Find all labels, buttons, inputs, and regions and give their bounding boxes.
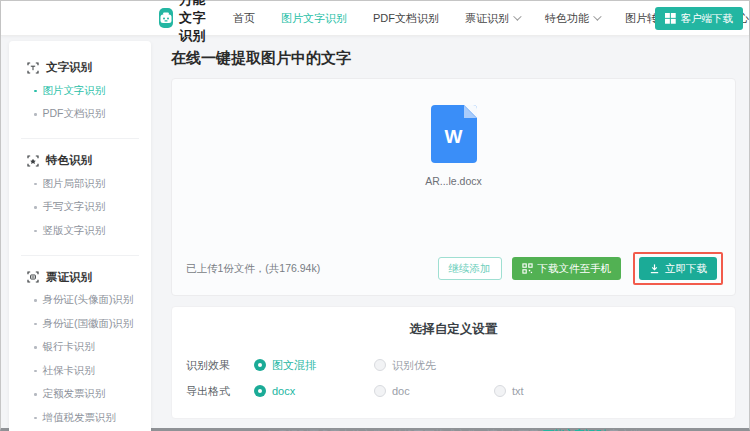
divider [21, 255, 139, 256]
upload-status: 已上传1份文件，(共176.94k) [186, 262, 438, 276]
sidebar-item-social-card[interactable]: 社保卡识别 [9, 359, 151, 383]
windows-icon [665, 13, 676, 24]
divider [21, 138, 139, 139]
sidebar-item-vat-invoice[interactable]: 增值税发票识别 [9, 406, 151, 430]
nav-special-features[interactable]: 特色功能 [545, 11, 599, 26]
chevron-down-icon [593, 12, 601, 20]
sidebar-item-idcard-back[interactable]: 身份证(国徽面)识别 [9, 312, 151, 336]
radio-unselected-icon[interactable] [374, 385, 386, 397]
bullet-dot-icon [34, 323, 37, 326]
settings-title: 选择自定义设置 [172, 321, 735, 338]
bullet-dot-icon [34, 206, 37, 209]
setting-row-recognition-effect: 识别效果 图文混排 识别优先 [172, 352, 735, 378]
sidebar-item-pdf-ocr[interactable]: PDF文档识别 [9, 103, 151, 127]
option-docx[interactable]: docx [254, 385, 374, 397]
page-title: 在线一键提取图片中的文字 [171, 49, 736, 68]
sidebar-list: 身份证(头像面)识别 身份证(国徽面)识别 银行卡识别 社保卡识别 定额发票识别… [9, 289, 151, 431]
option-txt[interactable]: txt [494, 385, 604, 397]
qr-code-icon [522, 263, 533, 274]
chevron-down-icon [513, 12, 521, 20]
uploaded-file[interactable]: W AR...le.docx [172, 105, 735, 187]
radio-unselected-icon[interactable] [494, 385, 506, 397]
option-recognition-first[interactable]: 识别优先 [374, 358, 494, 373]
sidebar-section-text-ocr: 文字识别 [9, 60, 151, 75]
sidebar-item-vertical-ocr[interactable]: 竖版文字识别 [9, 219, 151, 243]
download-icon [649, 263, 660, 274]
nav-ticket-ocr[interactable]: 票证识别 [465, 11, 519, 26]
bullet-dot-icon [34, 113, 37, 116]
sidebar-list: 图片文字识别 PDF文档识别 [9, 79, 151, 126]
word-letter: W [445, 126, 463, 148]
sidebar-section-special-ocr: 特色识别 [9, 153, 151, 168]
sidebar-list: 图片局部识别 手写文字识别 竖版文字识别 [9, 172, 151, 243]
option-doc[interactable]: doc [374, 385, 494, 397]
logo-icon [159, 8, 173, 28]
download-now-button[interactable]: 立即下载 [639, 257, 717, 280]
client-download-button[interactable]: 客户端下载 [655, 7, 744, 30]
setting-label: 识别效果 [186, 358, 238, 373]
sidebar-item-idcard-front[interactable]: 身份证(头像面)识别 [9, 289, 151, 313]
download-to-phone-button[interactable]: 下载文件至手机 [512, 257, 622, 280]
bullet-dot-icon [34, 417, 37, 420]
sidebar-item-partial-ocr[interactable]: 图片局部识别 [9, 172, 151, 196]
settings-card: 选择自定义设置 识别效果 图文混排 识别优先 导出格式 [171, 306, 736, 419]
sidebar-section-ticket-ocr: 票证识别 [9, 270, 151, 285]
scan-special-icon [27, 155, 39, 167]
bullet-dot-icon [34, 230, 37, 233]
annotation-highlight-box: 立即下载 [633, 252, 723, 285]
sidebar-item-handwriting-ocr[interactable]: 手写文字识别 [9, 196, 151, 220]
sidebar-item-quota-invoice[interactable]: 定额发票识别 [9, 383, 151, 407]
add-more-button[interactable]: 继续添加 [438, 257, 502, 280]
nav-home[interactable]: 首页 [233, 11, 255, 26]
word-file-icon: W [431, 105, 477, 163]
option-mixed-layout[interactable]: 图文混排 [254, 358, 374, 373]
upload-card: W AR...le.docx 已上传1份文件，(共176.94k) 继续添加 下… [171, 78, 736, 296]
bullet-dot-icon [34, 346, 37, 349]
file-name: AR...le.docx [425, 175, 482, 187]
main-content: 在线一键提取图片中的文字 W AR...le.docx 已上传1份文件，(共17… [151, 36, 749, 428]
bullet-dot-icon [34, 370, 37, 373]
sidebar-item-bankcard[interactable]: 银行卡识别 [9, 336, 151, 360]
nav-pdf-ocr[interactable]: PDF文档识别 [373, 11, 439, 26]
scan-text-icon [27, 62, 39, 74]
setting-row-export-format: 导出格式 docx doc txt [172, 378, 735, 404]
brand-name: 万能文字识别 [179, 0, 215, 45]
sidebar: 文字识别 图片文字识别 PDF文档识别 特色识别 图片局部识别 手写文字识别 竖… [9, 41, 151, 431]
bullet-dot-icon [34, 90, 37, 93]
bullet-dot-icon [34, 183, 37, 186]
setting-label: 导出格式 [186, 384, 238, 399]
radio-selected-icon[interactable] [254, 385, 266, 397]
radio-selected-icon[interactable] [254, 359, 266, 371]
sidebar-item-image-ocr[interactable]: 图片文字识别 [9, 79, 151, 103]
bullet-dot-icon [34, 299, 37, 302]
scan-ticket-icon [27, 271, 39, 283]
top-navbar: 万能文字识别 首页 图片文字识别 PDF文档识别 票证识别 特色功能 图片转换 … [1, 1, 749, 36]
radio-unselected-icon[interactable] [374, 359, 386, 371]
bullet-dot-icon [34, 393, 37, 396]
nav-image-ocr[interactable]: 图片文字识别 [281, 11, 347, 26]
upload-footer: 已上传1份文件，(共176.94k) 继续添加 下载文件至手机 立即下载 [186, 252, 723, 285]
app-window: 万能文字识别 首页 图片文字识别 PDF文档识别 票证识别 特色功能 图片转换 … [0, 0, 750, 431]
brand-logo[interactable]: 万能文字识别 [159, 0, 215, 45]
